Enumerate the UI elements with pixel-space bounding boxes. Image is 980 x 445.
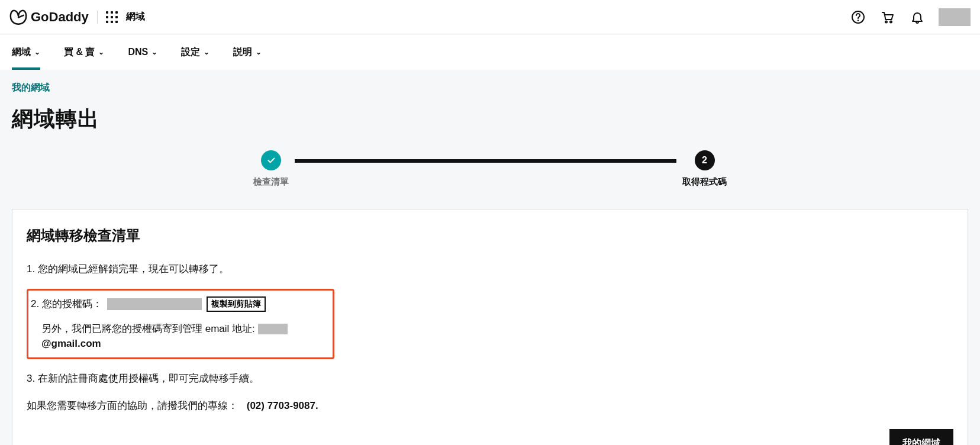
svg-point-1: [858, 20, 859, 21]
step-2-label: 取得程式碼: [682, 176, 727, 188]
vertical-divider: [97, 11, 98, 24]
step-connector: [295, 159, 676, 163]
step-1: 檢查清單: [253, 150, 289, 188]
card-footer: 我的網域: [27, 429, 953, 445]
step-done-check-icon: [261, 150, 281, 170]
help-phone: (02) 7703-9087.: [247, 400, 318, 411]
cart-icon[interactable]: [879, 9, 896, 25]
notifications-bell-icon[interactable]: [909, 9, 926, 25]
godaddy-logo-icon: [9, 9, 27, 25]
auth-code-email-line: 另外，我們已將您的授權碼寄到管理 email 地址: @gmail.com: [31, 321, 327, 352]
page-body: 我的網域 網域轉出 檢查清單 2 取得程式碼 網域轉移檢查清單 1. 您的網域已…: [0, 70, 980, 445]
stepper: 檢查清單 2 取得程式碼: [12, 150, 968, 188]
checklist-item-1: 1. 您的網域已經解鎖完畢，現在可以轉移了。: [27, 262, 953, 277]
svg-point-2: [885, 21, 887, 22]
step-2: 2 取得程式碼: [682, 150, 727, 188]
secondary-nav: 網域⌄ 買 & 賣⌄ DNS⌄ 設定⌄ 説明⌄: [0, 34, 980, 70]
svg-point-3: [890, 21, 892, 22]
apps-menu-icon[interactable]: [106, 11, 118, 23]
checklist-card: 網域轉移檢查清單 1. 您的網域已經解鎖完畢，現在可以轉移了。 2. 您的授權碼…: [12, 209, 968, 445]
brand-name: GoDaddy: [31, 9, 89, 25]
email-user-redacted: [258, 324, 288, 334]
chevron-down-icon: ⌄: [98, 48, 104, 56]
my-domains-button[interactable]: 我的網域: [889, 429, 953, 445]
auth-code-redacted: [107, 298, 202, 310]
top-header-right: [850, 8, 971, 26]
help-line: 如果您需要轉移方面的協助，請撥我們的專線： (02) 7703-9087.: [27, 399, 953, 412]
help-icon[interactable]: [850, 9, 866, 25]
chevron-down-icon: ⌄: [256, 48, 262, 56]
account-avatar[interactable]: [939, 8, 971, 26]
breadcrumb[interactable]: 我的網域: [12, 82, 50, 92]
brand-logo[interactable]: GoDaddy: [9, 9, 89, 25]
card-title: 網域轉移檢查清單: [27, 226, 953, 245]
chevron-down-icon: ⌄: [34, 48, 40, 56]
checklist-item-3: 3. 在新的註冊商處使用授權碼，即可完成轉移手續。: [27, 371, 953, 386]
checklist: 1. 您的網域已經解鎖完畢，現在可以轉移了。 2. 您的授權碼： 複製到剪貼簿 …: [27, 262, 953, 386]
checklist-item-2: 2. 您的授權碼： 複製到剪貼簿 另外，我們已將您的授權碼寄到管理 email …: [27, 289, 953, 359]
top-header-left: GoDaddy 網域: [9, 9, 145, 25]
step-2-dot: 2: [695, 150, 715, 170]
nav-item-dns[interactable]: DNS⌄: [128, 34, 157, 70]
step-1-label: 檢查清單: [253, 176, 289, 188]
auth-code-highlight: 2. 您的授權碼： 複製到剪貼簿 另外，我們已將您的授權碼寄到管理 email …: [27, 289, 334, 359]
copy-to-clipboard-button[interactable]: 複製到剪貼簿: [207, 296, 266, 312]
context-label: 網域: [126, 11, 145, 23]
chevron-down-icon: ⌄: [204, 48, 209, 56]
nav-item-buy-sell[interactable]: 買 & 賣⌄: [64, 34, 104, 70]
chevron-down-icon: ⌄: [151, 48, 157, 56]
nav-item-domains[interactable]: 網域⌄: [12, 34, 40, 70]
page-title: 網域轉出: [12, 105, 968, 134]
top-header: GoDaddy 網域: [0, 0, 980, 34]
nav-item-settings[interactable]: 設定⌄: [181, 34, 209, 70]
nav-item-help[interactable]: 説明⌄: [233, 34, 262, 70]
